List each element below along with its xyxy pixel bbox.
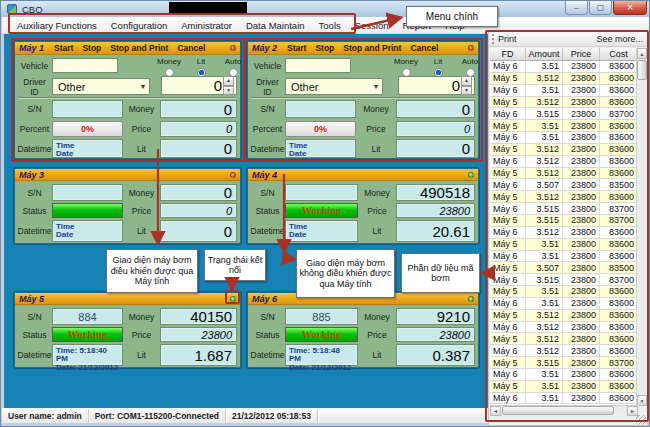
table-cell[interactable]: 23800 [563,73,600,84]
vertical-scroll-thumb[interactable] [637,60,647,80]
table-row[interactable]: Máy 53.5152380083700 [490,357,638,369]
table-cell[interactable]: 23800 [563,179,600,190]
radio-auto[interactable]: Auto [217,57,249,77]
table-cell[interactable]: 23800 [563,393,600,404]
table-row[interactable]: Máy 53.512380083600 [490,381,638,393]
table-cell[interactable]: 83700 [600,274,638,285]
table-cell[interactable]: Máy 6 [490,369,526,380]
table-cell[interactable]: Máy 6 [490,203,526,214]
vertical-scrollbar[interactable]: ▲ ▼ [636,48,646,406]
table-cell[interactable]: 3.515 [526,108,563,119]
table-row[interactable]: Máy 63.512380083600 [490,251,638,263]
table-cell[interactable]: 3.51 [526,393,563,404]
table-row[interactable]: Máy 53.5152380083700 [490,215,638,227]
column-header-price[interactable]: Price [563,48,600,60]
table-cell[interactable]: 3.51 [526,132,563,143]
table-cell[interactable]: 83600 [600,97,638,108]
table-row[interactable]: Máy 53.5072380083500 [490,262,638,274]
pump1-cancel-button[interactable]: Cancel [177,43,205,53]
table-cell[interactable]: Máy 5 [490,120,526,131]
table-cell[interactable]: 83600 [600,345,638,356]
maximize-button[interactable]: ▢ [589,1,612,15]
radio-money[interactable]: Money [390,57,422,77]
pump1-start-button[interactable]: Start [54,43,73,53]
table-row[interactable]: Máy 53.512380083600 [490,239,638,251]
radio-lit[interactable]: Lit [185,57,217,77]
table-cell[interactable]: 23800 [563,322,600,333]
table-cell[interactable]: 83600 [600,227,638,238]
table-row[interactable]: Máy 53.5122380083600 [490,168,638,180]
radio-auto[interactable]: Auto [454,57,486,77]
table-cell[interactable]: Máy 6 [490,345,526,356]
table-cell[interactable]: 23800 [563,357,600,368]
column-header-fd[interactable]: FD [490,48,526,60]
print-button[interactable]: Print [498,34,517,44]
menu-tools[interactable]: Tools [312,18,348,33]
table-row[interactable]: Máy 53.5122380083600 [490,310,638,322]
table-cell[interactable]: Máy 6 [490,298,526,309]
pump2-vehicle-input[interactable] [285,58,351,73]
table-cell[interactable]: 23800 [563,369,600,380]
table-cell[interactable]: Máy 6 [490,274,526,285]
table-cell[interactable]: 23800 [563,298,600,309]
table-row[interactable]: Máy 53.5122380083600 [490,144,638,156]
table-row[interactable]: Máy 63.5152380083700 [490,203,638,215]
table-cell[interactable]: 3.512 [526,97,563,108]
table-cell[interactable]: 83600 [600,85,638,96]
pump2-preset-spinner[interactable]: ▲▼ [461,76,472,95]
table-cell[interactable]: Máy 5 [490,191,526,202]
table-cell[interactable]: Máy 5 [490,333,526,344]
table-cell[interactable]: 83600 [600,393,638,404]
table-row[interactable]: Máy 53.5122380083600 [490,73,638,85]
table-cell[interactable]: 3.515 [526,357,563,368]
table-cell[interactable]: 3.51 [526,120,563,131]
table-row[interactable]: Máy 53.5122380083600 [490,97,638,109]
menu-configuration[interactable]: Configuration [104,18,175,33]
table-cell[interactable]: 83600 [600,120,638,131]
table-cell[interactable]: Máy 5 [490,310,526,321]
table-cell[interactable]: 3.515 [526,274,563,285]
pump1-vehicle-input[interactable] [52,58,118,73]
table-cell[interactable]: 3.51 [526,298,563,309]
table-cell[interactable]: 83600 [600,156,638,167]
pump1-preset-spinner[interactable]: ▲▼ [223,76,234,95]
table-cell[interactable]: 3.507 [526,179,563,190]
table-cell[interactable]: Máy 5 [490,262,526,273]
table-cell[interactable]: 3.51 [526,239,563,250]
table-cell[interactable]: 83600 [600,132,638,143]
table-cell[interactable]: 23800 [563,120,600,131]
table-row[interactable]: Máy 53.5122380083600 [490,191,638,203]
table-row[interactable]: Máy 53.512380083600 [490,286,638,298]
table-cell[interactable]: 83600 [600,310,638,321]
table-row[interactable]: Máy 63.512380083600 [490,132,638,144]
table-row[interactable]: Máy 63.512380083600 [490,369,638,381]
table-cell[interactable]: 3.512 [526,168,563,179]
table-cell[interactable]: 3.51 [526,61,563,72]
table-row[interactable]: Máy 63.512380083600 [490,85,638,97]
table-cell[interactable]: 83700 [600,215,638,226]
table-cell[interactable]: 83600 [600,168,638,179]
scroll-left-icon[interactable]: ◄ [490,406,501,416]
table-cell[interactable]: 83600 [600,322,638,333]
table-cell[interactable]: 23800 [563,61,600,72]
table-row[interactable]: Máy 53.512380083600 [490,120,638,132]
table-cell[interactable]: Máy 5 [490,286,526,297]
table-cell[interactable]: 23800 [563,251,600,262]
table-cell[interactable]: 83700 [600,357,638,368]
table-cell[interactable]: 3.51 [526,381,563,392]
table-cell[interactable]: Máy 6 [490,251,526,262]
menu-aministrator[interactable]: Aministrator [174,18,239,33]
table-cell[interactable]: Máy 5 [490,381,526,392]
table-row[interactable]: Máy 63.512380083600 [490,61,638,73]
table-cell[interactable]: 83600 [600,286,638,297]
table-cell[interactable]: 23800 [563,381,600,392]
table-cell[interactable]: 23800 [563,227,600,238]
table-cell[interactable]: 3.51 [526,286,563,297]
see-more-link[interactable]: See more... [596,34,647,44]
table-cell[interactable]: 23800 [563,203,600,214]
table-cell[interactable]: 83600 [600,298,638,309]
table-cell[interactable]: 3.512 [526,322,563,333]
table-cell[interactable]: 83600 [600,369,638,380]
table-cell[interactable]: Máy 6 [490,156,526,167]
pump2-cancel-button[interactable]: Cancel [410,43,438,53]
